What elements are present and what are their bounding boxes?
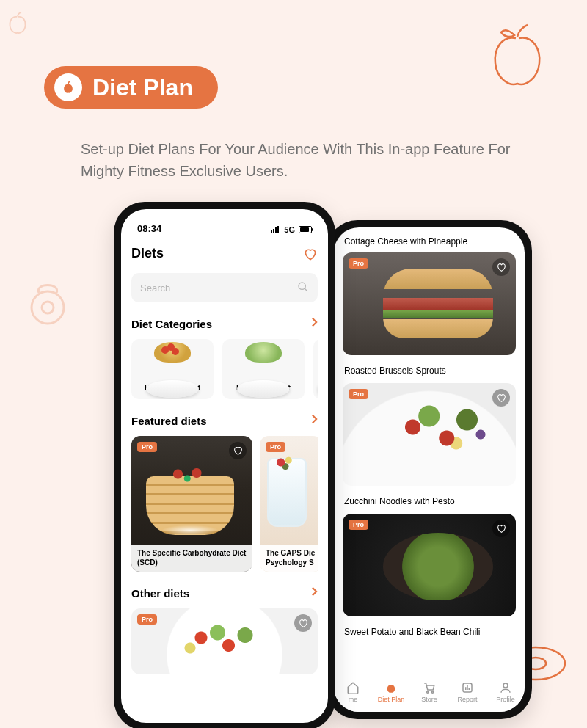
favorite-button[interactable] bbox=[492, 389, 510, 407]
nav-diet-plan[interactable]: Diet Plan bbox=[372, 671, 410, 712]
search-input[interactable]: Search bbox=[131, 273, 318, 302]
search-placeholder: Search bbox=[140, 283, 170, 294]
pro-badge: Pro bbox=[137, 614, 157, 625]
recipe-card[interactable]: Pro bbox=[343, 252, 516, 355]
category-card[interactable]: Med bbox=[313, 339, 318, 399]
decorative-apple-icon bbox=[488, 22, 547, 88]
nav-home[interactable]: me bbox=[334, 671, 372, 712]
svg-point-5 bbox=[431, 691, 433, 692]
feature-description: Set-up Diet Plans For Your Audience With… bbox=[81, 138, 536, 182]
bottom-navbar: me Diet Plan Store Report Profile bbox=[334, 671, 525, 712]
svg-point-1 bbox=[42, 302, 54, 313]
network-label: 5G bbox=[284, 225, 295, 234]
apple-icon bbox=[54, 73, 82, 101]
categories-more-button[interactable] bbox=[311, 317, 318, 330]
nav-report[interactable]: Report bbox=[448, 671, 486, 712]
favorite-button[interactable] bbox=[229, 442, 247, 459]
recipe-label: Zucchini Noodles with Pesto bbox=[343, 492, 516, 514]
featured-title: Featured diets bbox=[131, 415, 207, 427]
svg-point-7 bbox=[503, 683, 508, 688]
categories-title: Diet Categories bbox=[131, 318, 212, 330]
other-more-button[interactable] bbox=[311, 586, 318, 600]
battery-icon bbox=[299, 226, 312, 233]
featured-label: The GAPS Die Psychology S bbox=[260, 545, 318, 572]
favorite-button[interactable] bbox=[492, 258, 510, 276]
favorite-button[interactable] bbox=[294, 614, 312, 632]
recipe-header-label: Cottage Cheese with Pineapple bbox=[343, 232, 516, 252]
other-row[interactable]: Pro bbox=[131, 608, 318, 674]
featured-more-button[interactable] bbox=[311, 414, 318, 427]
page-title: Diets bbox=[131, 246, 164, 261]
search-icon bbox=[297, 281, 309, 295]
featured-card[interactable]: Pro The GAPS Die Psychology S bbox=[260, 436, 318, 572]
pro-badge: Pro bbox=[349, 389, 368, 399]
decorative-apple-small-icon bbox=[7, 11, 28, 34]
favorites-button[interactable] bbox=[303, 247, 318, 261]
category-card[interactable]: Low Carb Diet bbox=[222, 339, 305, 399]
featured-label: The Specific Carbohydrate Diet (SCD) bbox=[131, 545, 252, 572]
feature-pill-title: Diet Plan bbox=[92, 74, 193, 101]
pro-badge: Pro bbox=[137, 442, 157, 452]
feature-pill: Diet Plan bbox=[44, 66, 218, 109]
category-card[interactable]: High Carb Diet bbox=[131, 339, 214, 399]
recipe-label: Sweet Potato and Black Bean Chili bbox=[343, 622, 516, 644]
nav-profile[interactable]: Profile bbox=[486, 671, 525, 712]
svg-point-0 bbox=[32, 291, 64, 324]
status-bar: 08:34 5G bbox=[121, 209, 328, 237]
featured-row[interactable]: Pro The Specific Carbohydrate Diet (SCD)… bbox=[131, 436, 318, 572]
recipe-label: Roasted Brussels Sprouts bbox=[343, 361, 516, 383]
decorative-kettlebell-icon bbox=[26, 275, 70, 328]
phone-mockup-primary: 08:34 5G Diets Search Diet Cat bbox=[114, 202, 335, 728]
recipe-card[interactable]: Pro bbox=[343, 383, 516, 486]
nav-store[interactable]: Store bbox=[410, 671, 448, 712]
other-card[interactable]: Pro bbox=[131, 608, 318, 674]
categories-row[interactable]: High Carb Diet Low Carb Diet Med bbox=[131, 339, 318, 399]
other-title: Other diets bbox=[131, 587, 189, 600]
recipe-card[interactable]: Pro bbox=[343, 514, 516, 616]
phone-mockup-secondary: Cottage Cheese with Pineapple Pro Roaste… bbox=[327, 220, 532, 719]
pro-badge: Pro bbox=[349, 258, 368, 269]
pro-badge: Pro bbox=[266, 442, 285, 452]
clock: 08:34 bbox=[137, 223, 161, 234]
svg-point-8 bbox=[299, 283, 305, 289]
featured-card[interactable]: Pro The Specific Carbohydrate Diet (SCD) bbox=[131, 436, 252, 572]
pro-badge: Pro bbox=[349, 520, 368, 530]
favorite-button[interactable] bbox=[492, 520, 510, 537]
svg-point-4 bbox=[427, 691, 429, 692]
signal-icon bbox=[270, 226, 280, 233]
